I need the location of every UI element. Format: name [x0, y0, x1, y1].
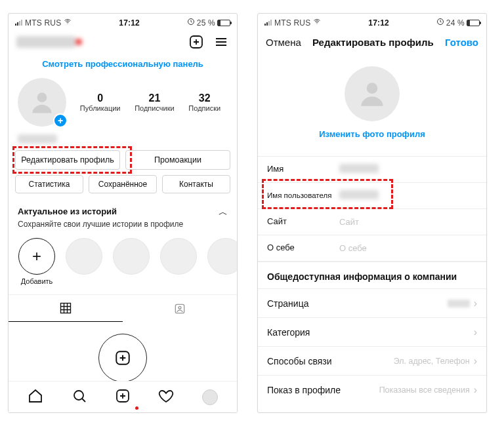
edit-profile-screen: MTS RUS 17:12 24 % Отмена Редактировать … [257, 13, 487, 413]
field-bio[interactable]: О себе О себе [258, 235, 486, 262]
website-placeholder: Сайт [339, 217, 477, 227]
edit-header: Отмена Редактировать профиль Готово [258, 30, 486, 54]
bottom-nav [9, 381, 237, 412]
battery-icon [217, 20, 230, 26]
row-contact[interactable]: Способы связи Эл. адрес, Телефон› [258, 347, 486, 376]
screen-title: Редактировать профиль [312, 37, 434, 48]
rotation-lock-icon [187, 18, 195, 28]
highlight-add[interactable]: + Добавить [18, 238, 56, 285]
create-fab[interactable] [98, 334, 147, 382]
carrier-label: MTS RUS [274, 18, 310, 28]
tab-grid[interactable] [9, 295, 123, 322]
nav-activity-icon[interactable] [158, 388, 174, 406]
field-username[interactable]: Имя пользователя [258, 183, 486, 209]
chevron-right-icon: › [474, 326, 477, 338]
promotions-button[interactable]: Промоакции [125, 150, 230, 170]
svg-point-10 [317, 24, 318, 24]
cancel-button[interactable]: Отмена [266, 37, 301, 48]
insights-button[interactable]: Статистика [15, 175, 83, 193]
chevron-right-icon: › [474, 384, 477, 396]
highlights-subtitle: Сохраняйте свои лучшие истории в профиле [9, 220, 237, 234]
highlight-placeholder [207, 238, 237, 285]
content-tabs [9, 294, 237, 322]
svg-point-3 [37, 92, 47, 102]
username-value [339, 190, 379, 199]
chevron-right-icon: › [474, 298, 477, 309]
stat-posts[interactable]: 0 Публикации [80, 92, 121, 112]
highlight-placeholder [65, 238, 103, 285]
carrier-label: MTS RUS [25, 18, 61, 28]
profile-avatar[interactable] [345, 66, 400, 121]
nav-create-icon[interactable] [115, 388, 131, 406]
saved-button[interactable]: Сохранённое [89, 175, 157, 193]
field-website[interactable]: Сайт Сайт [258, 209, 486, 235]
add-story-badge[interactable]: + [53, 113, 68, 128]
nav-search-icon[interactable] [72, 388, 87, 406]
battery-percent: 25 % [197, 18, 215, 28]
edit-profile-button[interactable]: Редактировать профиль [15, 150, 120, 170]
name-value [339, 164, 379, 173]
field-name[interactable]: Имя [258, 157, 486, 183]
contact-value: Эл. адрес, Телефон [394, 357, 470, 366]
row-category[interactable]: Категория › [258, 318, 486, 347]
display-value: Показаны все сведения [379, 385, 470, 395]
business-info-list: Страница › Категория › Способы связи Эл.… [258, 288, 486, 404]
highlight-placeholder [112, 238, 150, 285]
highlights-tray[interactable]: + Добавить [9, 234, 237, 288]
signal-icon [264, 20, 272, 26]
stat-following[interactable]: 32 Подписки [188, 92, 220, 112]
tab-tagged[interactable] [123, 295, 237, 322]
chevron-right-icon: › [474, 355, 477, 367]
page-value [448, 300, 470, 307]
battery-percent: 24 % [446, 18, 465, 28]
status-bar: MTS RUS 17:12 24 % [258, 14, 486, 30]
display-name [18, 134, 57, 144]
nav-profile-avatar[interactable] [202, 389, 218, 405]
pro-dashboard-link[interactable]: Смотреть профессиональную панель [9, 52, 237, 78]
bio-placeholder: О себе [339, 243, 477, 253]
profile-form: Имя Имя пользователя Сайт Сайт О себе О … [258, 156, 486, 262]
hamburger-menu-icon[interactable] [213, 34, 229, 50]
change-photo-link[interactable]: Изменить фото профиля [319, 129, 425, 139]
row-display[interactable]: Показ в профиле Показаны все сведения› [258, 376, 486, 404]
contacts-button[interactable]: Контакты [162, 175, 230, 193]
business-info-title: Общедоступная информация о компании [258, 262, 486, 288]
svg-point-0 [68, 24, 68, 24]
profile-avatar[interactable]: + [18, 78, 66, 127]
clock: 17:12 [119, 18, 140, 28]
battery-icon [467, 20, 480, 26]
svg-point-8 [74, 391, 83, 400]
svg-point-6 [178, 306, 181, 309]
profile-stats: 0 Публикации 21 Подписчики 32 Подписки [73, 92, 228, 112]
profile-screen: MTS RUS 17:12 25 % Смотреть профессионал… [8, 13, 238, 413]
clock: 17:12 [368, 18, 389, 28]
rotation-lock-icon [436, 18, 444, 28]
stat-followers[interactable]: 21 Подписчики [135, 92, 175, 112]
highlight-placeholder [159, 238, 198, 285]
notification-dot-icon [135, 406, 138, 410]
wifi-icon [64, 18, 72, 28]
highlights-title: Актуальное из историй [18, 206, 117, 216]
row-page[interactable]: Страница › [258, 289, 486, 318]
done-button[interactable]: Готово [445, 37, 478, 48]
svg-point-12 [367, 83, 378, 94]
nav-home-icon[interactable] [28, 388, 43, 406]
svg-rect-4 [61, 304, 71, 313]
chevron-up-icon[interactable]: ︿ [219, 206, 228, 218]
signal-icon [15, 20, 22, 26]
wifi-icon [313, 18, 321, 28]
create-post-icon[interactable] [188, 34, 204, 50]
status-bar: MTS RUS 17:12 25 % [9, 14, 237, 30]
profile-header [9, 30, 237, 52]
username-dropdown[interactable] [16, 36, 75, 48]
